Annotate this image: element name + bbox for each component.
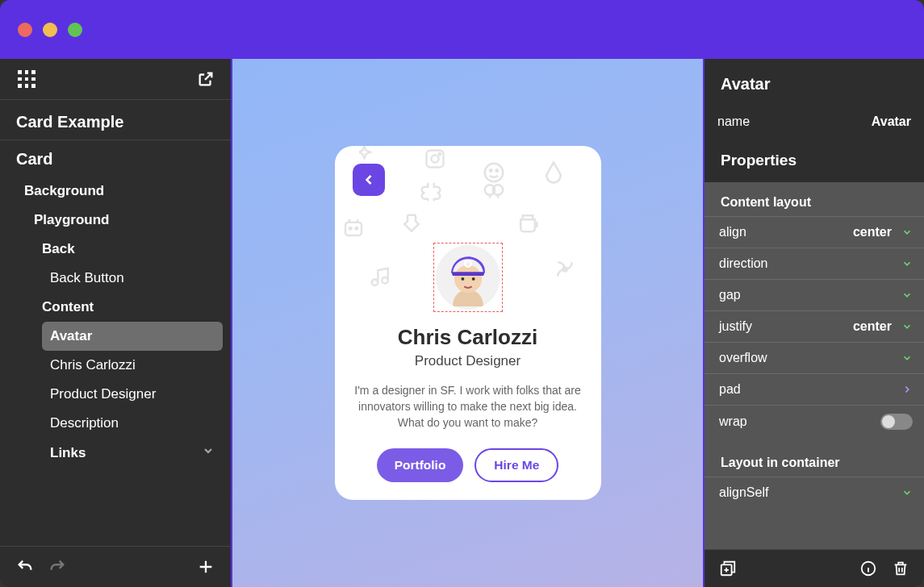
tree-item-label: Links [50,445,86,461]
tree-item-product-designer[interactable]: Product Designer [42,380,223,409]
svg-point-9 [484,185,495,195]
selection-title: Avatar [704,59,924,105]
chevron-down-icon [901,352,913,364]
svg-point-8 [355,227,357,230]
prop-label: wrap [719,414,880,429]
undo-icon[interactable] [16,558,34,576]
chevron-down-icon [202,444,215,461]
svg-rect-6 [345,222,362,235]
svg-point-10 [492,185,503,195]
chevron-down-icon [901,289,913,301]
profile-role: Product Designer [353,353,583,369]
left-panel: Card Example Card Background Playground … [0,59,231,587]
tree-item-playground[interactable]: Playground [26,206,223,235]
content-layout-header: Content layout [704,182,924,216]
svg-point-5 [495,169,498,172]
prop-label: align [719,225,853,239]
tree-item-links[interactable]: Links [42,438,223,468]
svg-point-7 [349,227,352,230]
prop-value: center [853,225,892,239]
profile-description: I'm a designer in SF. I work with folks … [353,382,583,431]
prop-label: justify [719,319,853,334]
project-title: Card Example [0,100,231,140]
redo-icon[interactable] [48,558,66,576]
duplicate-icon[interactable] [719,560,737,577]
svg-point-2 [438,153,440,155]
hire-me-button[interactable]: Hire Me [475,448,558,482]
tree-item-back[interactable]: Back [34,235,223,264]
chevron-down-icon [901,321,913,332]
svg-rect-0 [426,150,443,167]
svg-point-3 [484,163,503,181]
prop-name-value: Avatar [872,114,911,129]
tree-item-background[interactable]: Background [16,177,223,206]
svg-point-1 [431,155,438,162]
window-close-dot[interactable] [18,23,32,37]
wrap-toggle[interactable] [880,414,913,430]
profile-card: Chris Carlozzi Product Designer I'm a de… [335,146,601,501]
svg-point-4 [490,169,492,172]
chevron-down-icon [901,258,913,269]
layout-in-container-header: Layout in container [704,438,924,477]
prop-pad[interactable]: pad [704,373,924,405]
right-panel: Avatar name Avatar Properties Content la… [704,59,924,587]
prop-value: center [853,319,892,334]
info-icon[interactable] [859,560,877,577]
tree-item-avatar[interactable]: Avatar [42,322,223,351]
prop-wrap[interactable]: wrap [704,405,924,438]
tree-item-chris[interactable]: Chris Carlozzi [42,351,223,380]
prop-overflow[interactable]: overflow [704,342,924,373]
canvas[interactable]: Chris Carlozzi Product Designer I'm a de… [231,59,704,587]
svg-point-16 [461,277,464,281]
decorative-bg-icons [335,146,601,501]
window-titlebar [0,0,924,59]
prop-name-label: name [717,114,750,129]
prop-label: gap [719,288,901,302]
properties-header: Properties [704,139,924,182]
prop-label: direction [719,256,901,271]
svg-point-17 [471,277,475,281]
add-icon[interactable] [197,558,215,576]
trash-icon[interactable] [892,560,909,577]
prop-direction[interactable]: direction [704,248,924,279]
component-tree: Background Playground Back Back Button C… [0,175,231,476]
prop-name-row[interactable]: name Avatar [704,105,924,139]
prop-align-self[interactable]: alignSelf [704,477,924,508]
avatar [436,245,500,310]
window-zoom-dot[interactable] [68,23,82,37]
chevron-down-icon [901,487,913,498]
apps-grid-icon[interactable] [18,70,36,88]
tree-item-back-button[interactable]: Back Button [42,264,223,293]
window-minimize-dot[interactable] [43,23,57,37]
back-button[interactable] [353,164,385,196]
avatar-selection[interactable] [433,243,503,312]
chevron-right-icon [901,384,913,395]
chevron-down-icon [901,227,913,238]
component-title: Card [0,140,231,175]
open-external-icon[interactable] [197,70,215,88]
profile-name: Chris Carlozzi [353,325,583,350]
tree-item-content[interactable]: Content [34,293,223,322]
prop-justify[interactable]: justify center [704,310,924,342]
prop-label: pad [719,382,901,397]
portfolio-button[interactable]: Portfolio [377,448,464,482]
prop-align[interactable]: align center [704,216,924,248]
prop-label: alignSelf [719,485,901,500]
prop-label: overflow [719,351,901,365]
tree-item-description[interactable]: Description [42,409,223,438]
prop-gap[interactable]: gap [704,279,924,310]
